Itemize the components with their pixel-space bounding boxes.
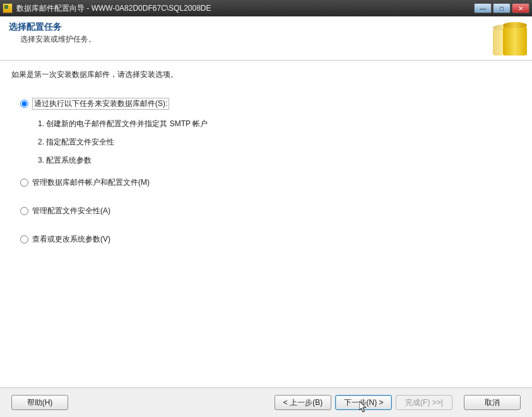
install-sub-list: 1. 创建新的电子邮件配置文件并指定其 SMTP 帐户 2. 指定配置文件安全性… xyxy=(38,119,521,166)
option-install[interactable]: 通过执行以下任务来安装数据库邮件(S): xyxy=(20,98,521,110)
option-manage-accounts-label[interactable]: 管理数据库邮件帐户和配置文件(M) xyxy=(32,177,150,188)
app-icon xyxy=(3,3,13,13)
option-manage-accounts[interactable]: 管理数据库邮件帐户和配置文件(M) xyxy=(20,177,521,188)
content-area: 如果是第一次安装数据库邮件，请选择安装选项。 通过执行以下任务来安装数据库邮件(… xyxy=(0,61,532,387)
header-subtitle: 选择安装或维护任务。 xyxy=(20,34,523,45)
titlebar: 数据库邮件配置向导 - WWW-0A82D0DF67C\SQL2008DE — … xyxy=(0,0,532,16)
help-button[interactable]: 帮助(H) xyxy=(11,395,68,410)
finish-button: 完成(F) >>| xyxy=(396,395,452,410)
close-button[interactable]: ✕ xyxy=(512,3,529,13)
option-manage-security-radio[interactable] xyxy=(20,207,28,215)
option-manage-accounts-radio[interactable] xyxy=(20,179,28,187)
header-panel: 选择配置任务 选择安装或维护任务。 xyxy=(0,16,532,61)
option-install-label[interactable]: 通过执行以下任务来安装数据库邮件(S): xyxy=(32,98,169,110)
option-manage-security[interactable]: 管理配置文件安全性(A) xyxy=(20,206,521,216)
intro-text: 如果是第一次安装数据库邮件，请选择安装选项。 xyxy=(11,69,521,80)
footer: 帮助(H) < 上一步(B) 下一步(N) > 完成(F) >>| 取消 xyxy=(0,387,532,417)
option-install-radio[interactable] xyxy=(20,100,28,108)
option-view-params-radio[interactable] xyxy=(20,235,28,244)
cancel-button[interactable]: 取消 xyxy=(464,395,521,410)
next-button[interactable]: 下一步(N) > xyxy=(335,395,392,410)
sub-item-3: 3. 配置系统参数 xyxy=(38,155,521,166)
option-manage-security-label[interactable]: 管理配置文件安全性(A) xyxy=(32,206,110,216)
option-view-params-label[interactable]: 查看或更改系统参数(V) xyxy=(32,234,110,245)
window-controls: — □ ✕ xyxy=(474,3,529,13)
window-title: 数据库邮件配置向导 - WWW-0A82D0DF67C\SQL2008DE xyxy=(16,3,474,14)
sub-item-2: 2. 指定配置文件安全性 xyxy=(38,137,521,148)
minimize-button[interactable]: — xyxy=(474,3,492,13)
header-title: 选择配置任务 xyxy=(9,21,523,33)
maximize-button[interactable]: □ xyxy=(493,3,511,13)
back-button[interactable]: < 上一步(B) xyxy=(275,395,331,410)
database-mail-icon xyxy=(490,19,528,57)
options-group: 通过执行以下任务来安装数据库邮件(S): 1. 创建新的电子邮件配置文件并指定其… xyxy=(20,98,521,245)
option-view-params[interactable]: 查看或更改系统参数(V) xyxy=(20,234,521,245)
sub-item-1: 1. 创建新的电子邮件配置文件并指定其 SMTP 帐户 xyxy=(38,119,521,129)
